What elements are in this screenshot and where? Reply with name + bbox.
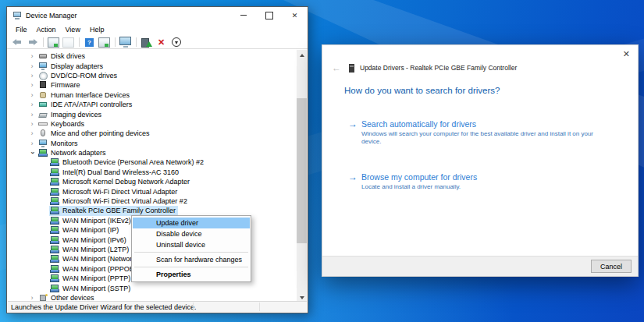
context-menu-item[interactable]: Update driver — [133, 218, 250, 228]
expander-icon[interactable] — [27, 81, 37, 89]
arrow-right-icon: → — [348, 172, 358, 191]
tree-item[interactable]: Human Interface Devices — [8, 90, 307, 100]
tree-item-label: IDE ATA/ATAPI controllers — [51, 101, 132, 108]
option-title: Search automatically for drivers — [361, 119, 596, 129]
dialog-footer: Cancel — [322, 256, 638, 276]
dialog-header: ← Update Drivers - Realtek PCIe GBE Fami… — [332, 62, 517, 73]
context-menu: Update driver Disable device Uninstall d… — [131, 215, 251, 282]
tree-item[interactable]: Bluetooth Device (Personal Area Network)… — [8, 157, 307, 167]
search-automatically-option[interactable]: → Search automatically for drivers Windo… — [348, 119, 596, 145]
back-arrow-icon[interactable]: ← — [332, 62, 349, 73]
expander-icon[interactable] — [27, 91, 37, 99]
expander-icon[interactable] — [27, 62, 37, 70]
toolbar-separator[interactable] — [41, 37, 45, 48]
device-icon — [50, 265, 59, 273]
computer-icon[interactable] — [119, 37, 132, 48]
menu-item[interactable]: Help — [85, 23, 109, 36]
toolbar-separator[interactable] — [133, 37, 138, 48]
update-drivers-dialog: ✕ ← Update Drivers - Realtek PCIe GBE Fa… — [322, 44, 639, 277]
maximize-button[interactable] — [256, 7, 282, 23]
expander-icon[interactable] — [27, 101, 37, 108]
dialog-heading: How do you want to search for drivers? — [344, 86, 500, 95]
tree-item-label: Human Interface Devices — [51, 91, 130, 99]
expander-icon[interactable] — [27, 111, 37, 119]
option-description: Locate and install a driver manually. — [361, 183, 477, 191]
status-separator — [259, 303, 260, 311]
close-button[interactable] — [282, 7, 308, 23]
tree-item[interactable]: Network adapters — [8, 148, 307, 157]
expander-icon[interactable] — [27, 72, 37, 80]
tree-item[interactable]: Disk drives — [8, 51, 307, 61]
device-icon — [50, 188, 59, 196]
toolbar-separator[interactable] — [76, 37, 81, 48]
tree-item[interactable]: Intel(R) Dual Band Wireless-AC 3160 — [8, 168, 307, 177]
device-icon — [38, 140, 48, 147]
tree-item[interactable]: Microsoft Kernel Debug Network Adapter — [8, 177, 307, 186]
tree-item-label: Network adapters — [51, 149, 106, 157]
window-title: Device Manager — [26, 12, 230, 19]
update-driver-icon[interactable] — [140, 37, 153, 48]
device-icon — [50, 236, 59, 244]
tree-item-label: Disk drives — [51, 52, 85, 60]
context-menu-item[interactable]: Properties — [133, 269, 250, 280]
uninstall-device-icon[interactable] — [155, 37, 168, 48]
export-list-icon[interactable] — [62, 37, 75, 48]
tree-item-label: Keyboards — [51, 120, 84, 128]
menu-item[interactable]: View — [61, 23, 85, 36]
vertical-scrollbar[interactable] — [297, 50, 307, 303]
show-console-tree-icon[interactable] — [47, 37, 60, 48]
expander-icon[interactable] — [27, 140, 37, 147]
dialog-close-icon[interactable]: ✕ — [623, 49, 630, 59]
tree-item[interactable]: Firmware — [8, 80, 307, 90]
context-menu-item[interactable]: Disable device — [133, 228, 250, 239]
driver-icon — [349, 64, 354, 73]
tree-item-label: WAN Miniport (L2TP) — [62, 246, 129, 253]
menu-item[interactable]: Action — [32, 23, 61, 36]
expander-icon[interactable] — [27, 129, 37, 137]
tree-item[interactable]: Monitors — [8, 139, 307, 148]
forward-icon[interactable] — [26, 37, 39, 48]
minimize-button[interactable] — [230, 7, 256, 23]
tree-item[interactable]: Microsoft Wi-Fi Direct Virtual Adapter — [8, 186, 307, 196]
context-menu-item[interactable]: Scan for hardware changes — [133, 254, 250, 265]
tree-item[interactable]: Imaging devices — [8, 109, 307, 119]
expander-icon[interactable] — [27, 149, 37, 157]
tree-item[interactable]: Mice and other pointing devices — [8, 129, 307, 138]
window-controls — [230, 7, 308, 23]
context-menu-item[interactable]: Uninstall device — [133, 239, 250, 250]
tree-item[interactable]: Realtek PCIe GBE Family Controller — [8, 206, 307, 215]
cancel-button[interactable]: Cancel — [591, 260, 632, 273]
device-icon — [50, 226, 59, 234]
title-bar: Device Manager — [7, 7, 308, 23]
menu-item[interactable]: File — [11, 23, 32, 36]
tree-item[interactable]: WAN Miniport (SSTP) — [8, 283, 307, 292]
help-icon[interactable] — [83, 37, 96, 48]
expander-icon[interactable] — [27, 52, 37, 60]
arrow-right-icon: → — [348, 119, 358, 145]
toolbar — [7, 36, 308, 49]
properties-window-icon[interactable] — [98, 37, 111, 48]
device-icon — [50, 274, 59, 282]
tree-item[interactable]: Display adapters — [8, 61, 307, 70]
device-icon — [38, 62, 48, 70]
browse-computer-option[interactable]: → Browse my computer for drivers Locate … — [348, 172, 477, 191]
tree-item[interactable]: Microsoft Wi-Fi Direct Virtual Adapter #… — [8, 196, 307, 206]
scan-hardware-changes-icon[interactable] — [169, 37, 183, 48]
back-icon[interactable] — [11, 37, 24, 48]
expander-icon[interactable] — [27, 120, 37, 128]
tree-item-label: WAN Miniport (IKEv2) — [62, 217, 131, 225]
tree-item-label: Display adapters — [51, 62, 103, 70]
scroll-up-icon[interactable] — [297, 50, 307, 60]
status-separator — [193, 303, 194, 311]
device-icon — [50, 255, 59, 263]
tree-item[interactable]: IDE ATA/ATAPI controllers — [8, 100, 307, 109]
device-icon — [50, 217, 59, 225]
option-title: Browse my computer for drivers — [361, 172, 477, 182]
scrollbar-thumb[interactable] — [297, 98, 307, 243]
tree-item[interactable]: Keyboards — [8, 119, 307, 129]
tree-item[interactable]: DVD/CD-ROM drives — [8, 71, 307, 80]
toolbar-separator[interactable] — [112, 37, 117, 48]
device-icon — [50, 168, 59, 176]
tree-item-label: DVD/CD-ROM drives — [51, 72, 117, 80]
device-icon — [50, 207, 59, 214]
